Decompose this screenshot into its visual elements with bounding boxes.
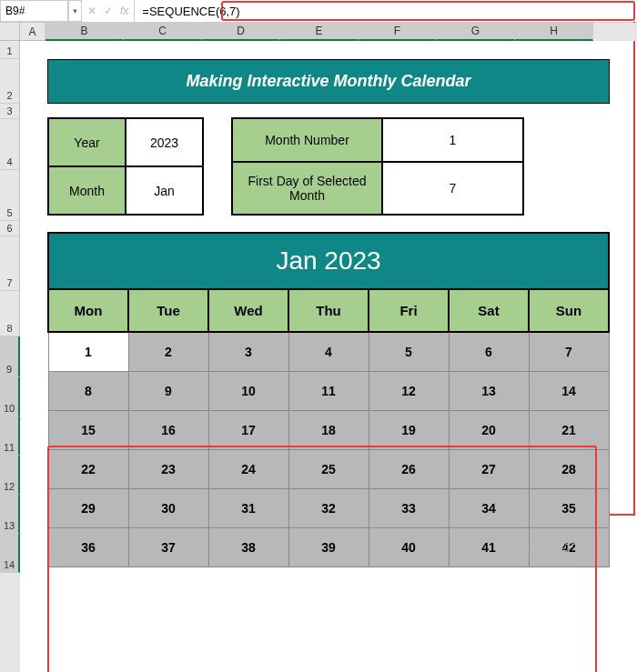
calendar-cell[interactable]: 28: [529, 450, 609, 489]
month-info-table: Month Number1 First Day of Selected Mont…: [231, 117, 524, 216]
column-headers: A B C D E F G H: [20, 23, 637, 41]
cancel-icon[interactable]: ✕: [87, 5, 96, 17]
col-head[interactable]: E: [280, 23, 359, 41]
calendar-cell[interactable]: 18: [288, 411, 369, 450]
row-head[interactable]: 9: [0, 336, 20, 377]
calendar-cell[interactable]: 29: [48, 489, 128, 528]
row-head[interactable]: 3: [0, 104, 20, 119]
calendar-cell[interactable]: 20: [449, 411, 529, 450]
spreadsheet-grid: 1 2 3 4 5 6 7 8 9 10 11 12 13 14 A B C D…: [0, 23, 637, 672]
calendar-cell[interactable]: 8: [48, 372, 128, 411]
calendar-row: 891011121314: [48, 372, 609, 411]
col-head[interactable]: A: [20, 23, 46, 41]
day-header: Mon: [48, 289, 128, 332]
calendar-header-row: Mon Tue Wed Thu Fri Sat Sun: [48, 289, 609, 332]
first-day-label: First Day of Selected Month: [232, 162, 382, 215]
calendar-cell[interactable]: 34: [449, 489, 529, 528]
name-box[interactable]: B9#: [0, 0, 68, 22]
formula-bar: B9# ▼ ✕ ✓ fx =SEQUENCE(6,7): [0, 0, 637, 23]
col-head[interactable]: G: [437, 23, 515, 41]
calendar-cell[interactable]: 36: [48, 528, 128, 567]
calendar-cell[interactable]: 9: [128, 372, 208, 411]
check-icon[interactable]: ✓: [104, 5, 113, 17]
calendar-cell[interactable]: 32: [288, 489, 369, 528]
col-head[interactable]: D: [202, 23, 280, 41]
calendar-cell[interactable]: 22: [48, 450, 128, 489]
calendar-cell[interactable]: 2: [128, 332, 208, 372]
row-head[interactable]: 5: [0, 170, 20, 221]
name-box-dropdown[interactable]: ▼: [68, 0, 82, 22]
calendar-cell[interactable]: 37: [128, 528, 208, 567]
month-value[interactable]: Jan: [126, 166, 203, 215]
calendar-cell[interactable]: 24: [208, 450, 288, 489]
calendar-cell[interactable]: 39: [288, 528, 369, 567]
row-head[interactable]: 4: [0, 119, 20, 170]
calendar-table: Mon Tue Wed Thu Fri Sat Sun 123456789101…: [47, 288, 610, 567]
row-head[interactable]: 14: [0, 534, 20, 573]
calendar-cell[interactable]: 27: [449, 450, 529, 489]
page-title: Making Interactive Monthly Calendar: [47, 59, 610, 104]
day-header: Wed: [208, 289, 288, 332]
calendar-cell[interactable]: 17: [208, 411, 288, 450]
calendar-cell[interactable]: 6: [449, 332, 529, 372]
row-head[interactable]: 12: [0, 456, 20, 495]
calendar-cell[interactable]: 38: [208, 528, 288, 567]
month-number-label: Month Number: [232, 118, 382, 162]
calendar-cell[interactable]: 16: [128, 411, 208, 450]
calendar-cell[interactable]: 40: [369, 528, 449, 567]
calendar-cell[interactable]: 26: [369, 450, 449, 489]
calendar-cell[interactable]: 14: [529, 372, 609, 411]
calendar-title: Jan 2023: [47, 232, 610, 288]
calendar-cell[interactable]: 33: [369, 489, 449, 528]
calendar-cell[interactable]: 3: [208, 332, 288, 372]
content-area: Making Interactive Monthly Calendar Year…: [20, 59, 637, 567]
col-head[interactable]: C: [124, 23, 202, 41]
col-head[interactable]: F: [359, 23, 437, 41]
calendar-cell[interactable]: 30: [128, 489, 208, 528]
day-header: Tue: [128, 289, 208, 332]
calendar-cell[interactable]: 13: [449, 372, 529, 411]
row-head[interactable]: 7: [0, 236, 20, 291]
year-value[interactable]: 2023: [126, 118, 203, 166]
calendar-cell[interactable]: 21: [529, 411, 609, 450]
row-head[interactable]: 6: [0, 221, 20, 236]
month-label: Month: [48, 166, 126, 215]
select-all-corner[interactable]: [0, 23, 20, 41]
row-head[interactable]: 8: [0, 291, 20, 336]
calendar-cell[interactable]: 25: [288, 450, 369, 489]
day-header: Sun: [529, 289, 609, 332]
watermark: exceldemy EXCEL · DATA · BI: [508, 535, 592, 554]
row-head[interactable]: 10: [0, 377, 20, 416]
sheet-area[interactable]: A B C D E F G H Making Interactive Month…: [20, 23, 637, 672]
calendar-cell[interactable]: 7: [529, 332, 609, 372]
row-head[interactable]: 13: [0, 495, 20, 534]
calendar-cell[interactable]: 31: [208, 489, 288, 528]
calendar-row: 22232425262728: [48, 450, 609, 489]
row-head[interactable]: 11: [0, 416, 20, 456]
row-head[interactable]: 2: [0, 59, 20, 104]
calendar-cell[interactable]: 35: [529, 489, 609, 528]
calendar-cell[interactable]: 11: [288, 372, 369, 411]
row-headers: 1 2 3 4 5 6 7 8 9 10 11 12 13 14: [0, 23, 20, 672]
col-head[interactable]: B: [46, 23, 124, 41]
fx-icon[interactable]: fx: [120, 5, 128, 17]
year-month-table: Year2023 MonthJan: [47, 117, 204, 216]
calendar-cell[interactable]: 10: [208, 372, 288, 411]
calendar-cell[interactable]: 12: [369, 372, 449, 411]
col-head[interactable]: H: [515, 23, 593, 41]
formula-input[interactable]: =SEQUENCE(6,7): [135, 0, 637, 22]
calendar-cell[interactable]: 15: [48, 411, 128, 450]
row-head[interactable]: 1: [0, 41, 20, 59]
calendar-cell[interactable]: 23: [128, 450, 208, 489]
calendar-cell[interactable]: 5: [369, 332, 449, 372]
day-header: Sat: [449, 289, 529, 332]
year-label: Year: [48, 118, 126, 166]
calendar-row: 1234567: [48, 332, 609, 372]
calendar: Jan 2023 Mon Tue Wed Thu Fri Sat Sun 123…: [47, 232, 610, 567]
calendar-row: 29303132333435: [48, 489, 609, 528]
month-number-value: 1: [382, 118, 523, 162]
calendar-cell[interactable]: 19: [369, 411, 449, 450]
first-day-value: 7: [382, 162, 523, 215]
calendar-cell[interactable]: 1: [48, 332, 128, 372]
calendar-cell[interactable]: 4: [288, 332, 369, 372]
